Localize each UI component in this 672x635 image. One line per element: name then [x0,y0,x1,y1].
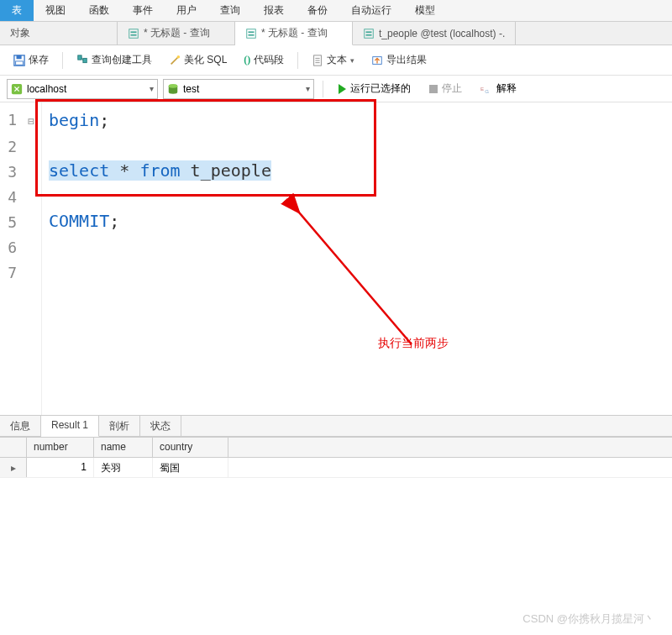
export-button[interactable]: 导出结果 [365,50,433,71]
text-mode-label: 文本 [327,53,347,67]
column-header-number[interactable]: number [27,438,94,457]
chevron-down-icon: ▾ [350,56,354,65]
svg-rect-13 [83,58,87,62]
beautify-sql-button[interactable]: 美化 SQL [162,50,234,71]
document-tab[interactable]: t_people @test (localhost) -. [353,22,516,45]
svg-point-24 [169,84,178,87]
stop-label: 停止 [442,81,462,96]
cell-number[interactable]: 1 [27,458,94,477]
svg-rect-4 [249,31,255,33]
wand-icon [169,55,181,66]
grid-header: numbernamecountry [0,438,672,458]
code-line[interactable] [49,183,672,208]
toolbar-separator [297,52,298,69]
code-line[interactable]: COMMIT; [49,208,672,234]
grid-corner [0,438,27,457]
column-header-name[interactable]: name [94,438,153,457]
result-tab-状态[interactable]: 状态 [140,416,181,436]
menu-备份[interactable]: 备份 [296,0,339,21]
svg-rect-8 [366,34,372,35]
database-combo[interactable]: test ▾ [163,79,314,99]
menu-函数[interactable]: 函数 [77,0,121,21]
svg-text:G: G [485,88,489,94]
explain-icon: EG [480,83,492,95]
document-tab[interactable]: * 无标题 - 查询 [118,22,235,45]
result-tab-剖析[interactable]: 剖析 [99,416,140,436]
menu-模型[interactable]: 模型 [403,0,447,21]
explain-button[interactable]: EG 解释 [474,79,523,98]
svg-text:E: E [480,85,484,91]
query-builder-button[interactable]: 查询创建工具 [70,50,159,71]
toolbar-separator [62,52,63,69]
code-line[interactable]: begin; [49,108,672,133]
svg-rect-11 [16,60,24,64]
floppy-icon [13,55,25,66]
row-indicator: ▸ [0,458,27,477]
query-icon [128,28,139,39]
cell-name[interactable]: 关羽 [94,458,153,477]
plug-icon [11,83,23,95]
save-button[interactable]: 保存 [7,50,55,71]
beautify-sql-label: 美化 SQL [184,53,227,67]
host-value: localhost [27,83,66,95]
menu-视图[interactable]: 视图 [34,0,77,21]
text-mode-button[interactable]: 文本 ▾ [305,50,361,71]
svg-rect-2 [131,34,137,35]
code-area[interactable]: begin;select * from t_peopleCOMMIT; [42,102,672,415]
svg-rect-0 [129,29,139,38]
menu-表[interactable]: 表 [0,0,34,21]
query-icon [245,28,257,39]
watermark: CSDN @你携秋月揽星河丶 [522,611,655,627]
run-selected-label: 运行已选择的 [350,81,411,96]
menu-事件[interactable]: 事件 [121,0,165,21]
export-icon [371,55,383,66]
annotation-label: 执行当前两步 [378,336,449,351]
tab-label: 对象 [10,26,30,40]
brackets-icon: () [244,54,250,66]
svg-rect-7 [366,31,372,33]
menu-报表[interactable]: 报表 [252,0,296,21]
chevron-down-icon: ▾ [306,84,310,93]
query-toolbar: 保存 查询创建工具 美化 SQL () 代码段 文本 ▾ 导出结果 [0,45,672,76]
code-snippet-label: 代码段 [254,53,284,67]
tab-label: t_people @test (localhost) -. [379,28,505,39]
svg-line-15 [171,57,178,64]
svg-rect-1 [131,31,137,33]
stop-button[interactable]: 停止 [423,79,469,98]
document-tab[interactable]: 对象 [0,22,118,45]
line-gutter: 1 ⊟2 3 4 5 6 7 [0,102,42,415]
svg-point-16 [177,55,181,58]
svg-rect-12 [78,55,81,59]
sql-editor[interactable]: 1 ⊟2 3 4 5 6 7 begin;select * from t_peo… [0,102,672,415]
query-icon [363,28,375,39]
host-combo[interactable]: localhost ▾ [7,79,158,99]
cell-country[interactable]: 蜀国 [153,458,228,477]
code-line[interactable] [49,133,672,158]
code-line[interactable] [49,259,672,284]
result-grid: numbernamecountry ▸1关羽蜀国 [0,437,672,478]
query-builder-label: 查询创建工具 [92,53,152,67]
document-tab[interactable]: * 无标题 - 查询 [235,22,353,45]
svg-rect-3 [247,29,256,38]
tools-icon [76,55,88,66]
document-tabbar: 对象* 无标题 - 查询* 无标题 - 查询t_people @test (lo… [0,22,672,45]
run-selected-button[interactable]: 运行已选择的 [332,79,417,98]
result-tab-Result 1[interactable]: Result 1 [41,416,99,437]
export-label: 导出结果 [386,53,427,67]
explain-label: 解释 [496,81,517,96]
result-tab-信息[interactable]: 信息 [0,416,41,436]
tab-label: * 无标题 - 查询 [261,26,328,40]
menu-自动运行[interactable]: 自动运行 [339,0,403,21]
database-icon [167,83,179,95]
code-snippet-button[interactable]: () 代码段 [237,50,291,71]
menu-查询[interactable]: 查询 [208,0,252,21]
svg-rect-10 [17,55,22,58]
toolbar-separator [323,81,323,97]
table-row[interactable]: ▸1关羽蜀国 [0,458,672,478]
connection-bar: localhost ▾ test ▾ 运行已选择的 停止 EG 解释 [0,76,672,102]
menu-用户[interactable]: 用户 [165,0,208,21]
tab-label: * 无标题 - 查询 [144,26,210,40]
column-header-country[interactable]: country [153,438,228,457]
code-line[interactable] [49,234,672,259]
code-line[interactable]: select * from t_people [49,158,672,183]
